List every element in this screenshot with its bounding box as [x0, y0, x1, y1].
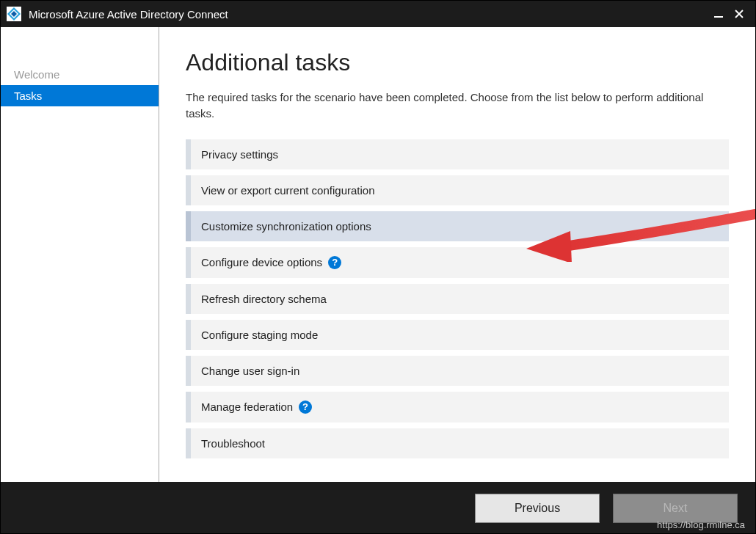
close-button[interactable]	[729, 4, 749, 24]
task-label: Privacy settings	[201, 148, 278, 161]
task-list: Privacy settings View or export current …	[186, 139, 729, 458]
task-troubleshoot[interactable]: Troubleshoot	[186, 428, 729, 458]
app-icon	[7, 7, 21, 21]
task-label: View or export current configuration	[201, 184, 375, 197]
task-label: Customize synchronization options	[201, 220, 371, 233]
sidebar-item-tasks[interactable]: Tasks	[1, 85, 159, 106]
task-label: Troubleshoot	[201, 437, 265, 450]
task-customize-sync-options[interactable]: Customize synchronization options	[186, 211, 729, 241]
page-description: The required tasks for the scenario have…	[186, 89, 729, 122]
svg-rect-4	[714, 16, 723, 18]
task-label: Configure staging mode	[201, 329, 318, 341]
task-change-user-sign-in[interactable]: Change user sign-in	[186, 356, 729, 386]
previous-button[interactable]: Previous	[475, 494, 600, 523]
footer: Previous Next https://blog.rmilne.ca	[1, 482, 755, 534]
task-label: Configure device options	[201, 256, 322, 268]
window-title: Microsoft Azure Active Directory Connect	[29, 8, 708, 21]
next-button: Next	[613, 494, 738, 523]
task-label: Change user sign-in	[201, 365, 299, 377]
task-configure-device-options[interactable]: Configure device options ?	[186, 247, 729, 278]
minimize-button[interactable]	[708, 4, 729, 24]
task-refresh-directory-schema[interactable]: Refresh directory schema	[186, 284, 729, 314]
sidebar-item-welcome[interactable]: Welcome	[1, 64, 159, 85]
help-icon[interactable]: ?	[299, 400, 312, 414]
main-panel: Additional tasks The required tasks for …	[159, 27, 755, 482]
task-label: Refresh directory schema	[201, 293, 327, 305]
help-icon[interactable]: ?	[328, 256, 341, 269]
task-privacy-settings[interactable]: Privacy settings	[186, 139, 729, 169]
sidebar: Welcome Tasks	[1, 27, 159, 482]
content-area: Welcome Tasks Additional tasks The requi…	[1, 27, 755, 482]
task-view-export-config[interactable]: View or export current configuration	[186, 175, 729, 205]
task-configure-staging-mode[interactable]: Configure staging mode	[186, 320, 729, 350]
page-title: Additional tasks	[186, 49, 729, 76]
task-label: Manage federation	[201, 400, 293, 413]
task-manage-federation[interactable]: Manage federation ?	[186, 392, 729, 423]
titlebar: Microsoft Azure Active Directory Connect	[1, 1, 755, 27]
